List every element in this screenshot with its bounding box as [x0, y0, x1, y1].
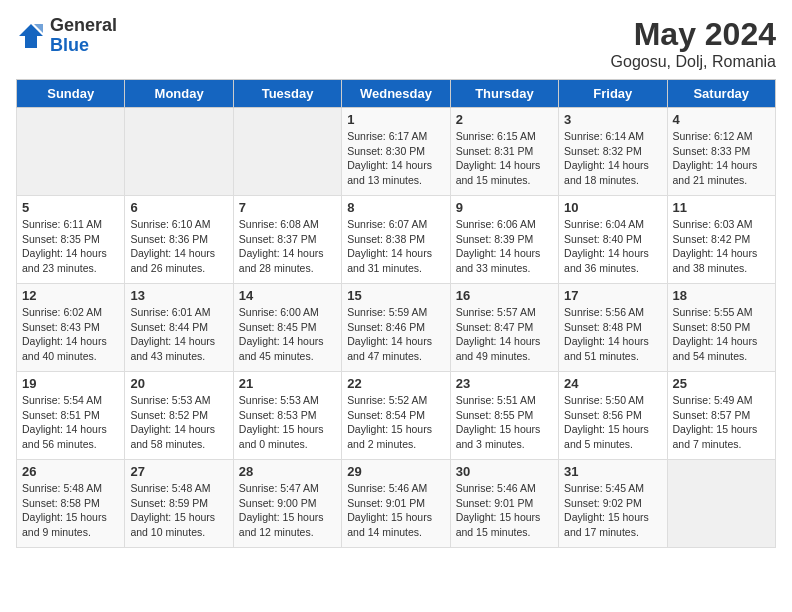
day-number: 11 [673, 200, 770, 215]
calendar-cell: 1Sunrise: 6:17 AMSunset: 8:30 PMDaylight… [342, 108, 450, 196]
day-content: Sunrise: 5:59 AMSunset: 8:46 PMDaylight:… [347, 305, 444, 364]
day-number: 12 [22, 288, 119, 303]
day-number: 27 [130, 464, 227, 479]
calendar-cell: 3Sunrise: 6:14 AMSunset: 8:32 PMDaylight… [559, 108, 667, 196]
calendar-cell: 6Sunrise: 6:10 AMSunset: 8:36 PMDaylight… [125, 196, 233, 284]
calendar-week-1: 1Sunrise: 6:17 AMSunset: 8:30 PMDaylight… [17, 108, 776, 196]
day-header-wednesday: Wednesday [342, 80, 450, 108]
day-header-tuesday: Tuesday [233, 80, 341, 108]
day-number: 28 [239, 464, 336, 479]
day-number: 1 [347, 112, 444, 127]
day-number: 8 [347, 200, 444, 215]
day-number: 24 [564, 376, 661, 391]
logo-icon [16, 21, 46, 51]
calendar-cell: 20Sunrise: 5:53 AMSunset: 8:52 PMDayligh… [125, 372, 233, 460]
day-content: Sunrise: 6:00 AMSunset: 8:45 PMDaylight:… [239, 305, 336, 364]
day-content: Sunrise: 5:53 AMSunset: 8:53 PMDaylight:… [239, 393, 336, 452]
calendar-week-5: 26Sunrise: 5:48 AMSunset: 8:58 PMDayligh… [17, 460, 776, 548]
calendar-cell: 13Sunrise: 6:01 AMSunset: 8:44 PMDayligh… [125, 284, 233, 372]
day-number: 20 [130, 376, 227, 391]
day-number: 15 [347, 288, 444, 303]
day-content: Sunrise: 6:10 AMSunset: 8:36 PMDaylight:… [130, 217, 227, 276]
day-number: 22 [347, 376, 444, 391]
location: Gogosu, Dolj, Romania [611, 53, 776, 71]
day-number: 10 [564, 200, 661, 215]
day-content: Sunrise: 5:46 AMSunset: 9:01 PMDaylight:… [456, 481, 553, 540]
calendar-cell: 7Sunrise: 6:08 AMSunset: 8:37 PMDaylight… [233, 196, 341, 284]
calendar-cell: 4Sunrise: 6:12 AMSunset: 8:33 PMDaylight… [667, 108, 775, 196]
day-number: 19 [22, 376, 119, 391]
day-content: Sunrise: 5:48 AMSunset: 8:58 PMDaylight:… [22, 481, 119, 540]
calendar-cell: 2Sunrise: 6:15 AMSunset: 8:31 PMDaylight… [450, 108, 558, 196]
calendar-week-2: 5Sunrise: 6:11 AMSunset: 8:35 PMDaylight… [17, 196, 776, 284]
day-content: Sunrise: 5:53 AMSunset: 8:52 PMDaylight:… [130, 393, 227, 452]
day-content: Sunrise: 6:06 AMSunset: 8:39 PMDaylight:… [456, 217, 553, 276]
day-content: Sunrise: 6:04 AMSunset: 8:40 PMDaylight:… [564, 217, 661, 276]
calendar-cell: 12Sunrise: 6:02 AMSunset: 8:43 PMDayligh… [17, 284, 125, 372]
calendar-cell: 18Sunrise: 5:55 AMSunset: 8:50 PMDayligh… [667, 284, 775, 372]
calendar-cell: 30Sunrise: 5:46 AMSunset: 9:01 PMDayligh… [450, 460, 558, 548]
day-content: Sunrise: 5:54 AMSunset: 8:51 PMDaylight:… [22, 393, 119, 452]
day-number: 5 [22, 200, 119, 215]
day-content: Sunrise: 5:50 AMSunset: 8:56 PMDaylight:… [564, 393, 661, 452]
day-content: Sunrise: 5:51 AMSunset: 8:55 PMDaylight:… [456, 393, 553, 452]
day-number: 17 [564, 288, 661, 303]
title-block: May 2024 Gogosu, Dolj, Romania [611, 16, 776, 71]
day-number: 26 [22, 464, 119, 479]
day-number: 16 [456, 288, 553, 303]
calendar-cell: 11Sunrise: 6:03 AMSunset: 8:42 PMDayligh… [667, 196, 775, 284]
calendar-cell: 27Sunrise: 5:48 AMSunset: 8:59 PMDayligh… [125, 460, 233, 548]
day-header-friday: Friday [559, 80, 667, 108]
calendar-cell: 26Sunrise: 5:48 AMSunset: 8:58 PMDayligh… [17, 460, 125, 548]
day-content: Sunrise: 6:03 AMSunset: 8:42 PMDaylight:… [673, 217, 770, 276]
day-content: Sunrise: 5:46 AMSunset: 9:01 PMDaylight:… [347, 481, 444, 540]
day-content: Sunrise: 5:55 AMSunset: 8:50 PMDaylight:… [673, 305, 770, 364]
day-content: Sunrise: 5:48 AMSunset: 8:59 PMDaylight:… [130, 481, 227, 540]
day-number: 31 [564, 464, 661, 479]
day-number: 14 [239, 288, 336, 303]
day-content: Sunrise: 6:17 AMSunset: 8:30 PMDaylight:… [347, 129, 444, 188]
calendar-cell: 25Sunrise: 5:49 AMSunset: 8:57 PMDayligh… [667, 372, 775, 460]
logo: General Blue [16, 16, 117, 56]
calendar-cell [667, 460, 775, 548]
logo-text: General Blue [50, 16, 117, 56]
day-number: 18 [673, 288, 770, 303]
calendar-cell: 21Sunrise: 5:53 AMSunset: 8:53 PMDayligh… [233, 372, 341, 460]
day-content: Sunrise: 6:01 AMSunset: 8:44 PMDaylight:… [130, 305, 227, 364]
day-number: 23 [456, 376, 553, 391]
day-header-saturday: Saturday [667, 80, 775, 108]
calendar-cell: 31Sunrise: 5:45 AMSunset: 9:02 PMDayligh… [559, 460, 667, 548]
day-number: 25 [673, 376, 770, 391]
calendar-cell: 17Sunrise: 5:56 AMSunset: 8:48 PMDayligh… [559, 284, 667, 372]
day-number: 9 [456, 200, 553, 215]
day-content: Sunrise: 6:07 AMSunset: 8:38 PMDaylight:… [347, 217, 444, 276]
page-header: General Blue May 2024 Gogosu, Dolj, Roma… [16, 16, 776, 71]
day-content: Sunrise: 6:12 AMSunset: 8:33 PMDaylight:… [673, 129, 770, 188]
day-number: 7 [239, 200, 336, 215]
day-content: Sunrise: 6:02 AMSunset: 8:43 PMDaylight:… [22, 305, 119, 364]
month-title: May 2024 [611, 16, 776, 53]
day-number: 21 [239, 376, 336, 391]
calendar-header-row: SundayMondayTuesdayWednesdayThursdayFrid… [17, 80, 776, 108]
day-content: Sunrise: 5:56 AMSunset: 8:48 PMDaylight:… [564, 305, 661, 364]
calendar-cell: 22Sunrise: 5:52 AMSunset: 8:54 PMDayligh… [342, 372, 450, 460]
day-number: 3 [564, 112, 661, 127]
calendar-cell: 10Sunrise: 6:04 AMSunset: 8:40 PMDayligh… [559, 196, 667, 284]
calendar-cell: 24Sunrise: 5:50 AMSunset: 8:56 PMDayligh… [559, 372, 667, 460]
day-content: Sunrise: 5:52 AMSunset: 8:54 PMDaylight:… [347, 393, 444, 452]
day-content: Sunrise: 6:14 AMSunset: 8:32 PMDaylight:… [564, 129, 661, 188]
day-content: Sunrise: 5:49 AMSunset: 8:57 PMDaylight:… [673, 393, 770, 452]
day-header-sunday: Sunday [17, 80, 125, 108]
calendar-cell: 29Sunrise: 5:46 AMSunset: 9:01 PMDayligh… [342, 460, 450, 548]
calendar-cell [125, 108, 233, 196]
day-content: Sunrise: 6:15 AMSunset: 8:31 PMDaylight:… [456, 129, 553, 188]
calendar-cell: 23Sunrise: 5:51 AMSunset: 8:55 PMDayligh… [450, 372, 558, 460]
calendar-cell: 8Sunrise: 6:07 AMSunset: 8:38 PMDaylight… [342, 196, 450, 284]
day-content: Sunrise: 5:45 AMSunset: 9:02 PMDaylight:… [564, 481, 661, 540]
calendar-table: SundayMondayTuesdayWednesdayThursdayFrid… [16, 79, 776, 548]
day-number: 2 [456, 112, 553, 127]
calendar-week-3: 12Sunrise: 6:02 AMSunset: 8:43 PMDayligh… [17, 284, 776, 372]
day-header-monday: Monday [125, 80, 233, 108]
day-content: Sunrise: 6:11 AMSunset: 8:35 PMDaylight:… [22, 217, 119, 276]
calendar-cell [233, 108, 341, 196]
